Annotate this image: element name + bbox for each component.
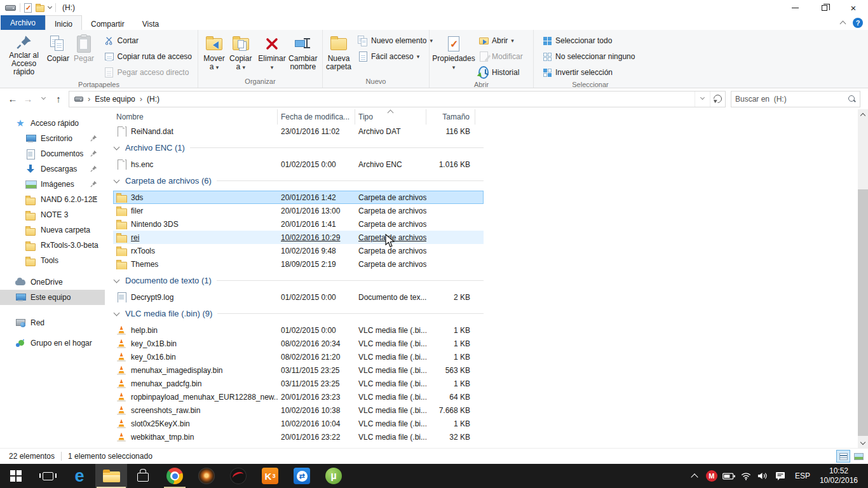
taskbar-start-button[interactable] <box>0 464 32 488</box>
folder-row[interactable]: filer20/01/2016 13:00Carpeta de archivos <box>113 204 484 217</box>
taskbar-utorrent-button[interactable]: µ <box>318 464 349 488</box>
action-center-icon[interactable] <box>774 464 787 488</box>
group-header[interactable]: Archivo ENC (1) <box>113 138 484 158</box>
file-row[interactable]: webkithax_tmp.bin20/01/2016 23:22VLC med… <box>113 430 484 444</box>
scrollbar-thumb[interactable] <box>858 189 868 436</box>
collapse-group-chevron-icon[interactable] <box>114 177 120 184</box>
properties-button[interactable]: Propiedades▾ <box>433 32 475 76</box>
move-to-button[interactable]: Movera ▾ <box>201 32 227 76</box>
breadcrumb-current-drive[interactable]: (H:) <box>147 95 159 104</box>
taskbar-edge-button[interactable]: e <box>64 464 95 488</box>
mega-tray-icon[interactable]: M <box>705 464 718 488</box>
close-button[interactable]: × <box>839 0 868 15</box>
search-box[interactable] <box>731 91 860 107</box>
collapse-group-chevron-icon[interactable] <box>114 310 120 316</box>
address-dropdown-chevron-icon[interactable] <box>695 92 710 107</box>
address-bar[interactable]: › Este equipo › (H:) <box>69 91 726 107</box>
open-button[interactable]: Abrir▾ <box>476 34 526 48</box>
folder-row[interactable]: rxTools10/02/2016 9:48Carpeta de archivo… <box>113 244 484 257</box>
refresh-button[interactable] <box>710 92 725 107</box>
help-icon[interactable]: ? <box>853 18 863 28</box>
taskbar-file-explorer-button[interactable] <box>95 464 127 488</box>
file-row[interactable]: menuhax_padcfg.bin03/11/2015 23:25VLC me… <box>113 377 484 390</box>
new-item-button[interactable]: Nuevo elemento▾ <box>355 34 435 48</box>
select-none-button[interactable]: No seleccionar ninguno <box>539 50 637 64</box>
file-row[interactable]: Decrypt9.log01/02/2015 0:00Documento de … <box>113 290 484 304</box>
select-all-button[interactable]: Seleccionar todo <box>539 34 637 48</box>
copy-path-button[interactable]: Copiar ruta de acceso <box>102 50 194 64</box>
vertical-scrollbar[interactable] <box>858 109 868 448</box>
tab-vista[interactable]: Vista <box>133 15 168 30</box>
file-row[interactable]: slot0x25KeyX.bin10/02/2016 10:04VLC medi… <box>113 417 484 430</box>
edit-button[interactable]: Modificar <box>476 50 526 64</box>
sidebar-item-documents[interactable]: Documentos <box>0 146 105 161</box>
tab-inicio[interactable]: Inicio <box>45 15 82 30</box>
language-indicator[interactable]: ESP <box>791 471 814 480</box>
history-button[interactable]: Historial <box>476 65 526 79</box>
sidebar-item-nand-620-12e[interactable]: NAND 6.2.0-12E <box>0 192 105 207</box>
group-header[interactable]: VLC media file (.bin) (9) <box>113 304 484 323</box>
forward-button[interactable]: → <box>20 92 36 107</box>
taskbar-red-disc-app-button[interactable] <box>222 464 254 488</box>
copy-to-button[interactable]: Copiara ▾ <box>227 32 255 76</box>
sidebar-item-this-pc[interactable]: Este equipo <box>0 290 105 305</box>
collapse-ribbon-icon[interactable] <box>840 21 846 27</box>
file-row[interactable]: key_0x16.bin08/02/2016 21:20VLC media fi… <box>113 350 484 363</box>
minimize-button[interactable] <box>780 0 810 15</box>
file-row[interactable]: menuhax_imagedisplay.bin03/11/2015 23:25… <box>113 363 484 377</box>
new-folder-button[interactable]: Nuevacarpeta <box>326 32 351 76</box>
folder-row[interactable]: rei10/02/2016 10:29Carpeta de archivos <box>113 231 484 244</box>
sidebar-item-quick-access[interactable]: ★Acceso rápido <box>0 116 105 131</box>
tab-archivo[interactable]: Archivo <box>1 15 45 30</box>
rename-button[interactable]: Cambiarnombre <box>287 32 319 76</box>
recent-locations-chevron-icon[interactable] <box>36 92 51 107</box>
paste-shortcut-button[interactable]: Pegar acceso directo <box>102 65 194 79</box>
taskbar-teamviewer-button[interactable]: ⇄ <box>286 464 318 488</box>
collapse-group-chevron-icon[interactable] <box>114 277 120 283</box>
pin-to-quick-access-button[interactable]: Anclar alAcceso rápido <box>3 32 44 76</box>
file-row[interactable]: key_0x1B.bin08/02/2016 20:34VLC media fi… <box>113 337 484 350</box>
clock[interactable]: 10:52 10/02/2016 <box>818 466 862 485</box>
sidebar-item-onedrive[interactable]: OneDrive <box>0 274 105 290</box>
group-header[interactable]: Carpeta de archivos (6) <box>113 171 484 191</box>
column-header-tamano[interactable]: Tamaño <box>426 109 475 125</box>
new-folder-qat-icon[interactable] <box>36 5 44 12</box>
up-button[interactable]: ↑ <box>51 92 66 107</box>
taskbar-chrome-button[interactable] <box>159 464 191 488</box>
cut-button[interactable]: Cortar <box>102 34 194 48</box>
scroll-up-button[interactable] <box>858 109 868 120</box>
volume-icon[interactable] <box>757 464 770 488</box>
file-row[interactable]: help.bin01/02/2015 0:00VLC media file (.… <box>113 323 484 337</box>
wifi-icon[interactable] <box>740 464 752 488</box>
paste-button[interactable]: Pegar <box>72 32 97 76</box>
invert-selection-button[interactable]: Invertir selección <box>539 65 637 79</box>
folder-row[interactable]: Themes18/09/2015 2:19Carpeta de archivos <box>113 257 484 271</box>
back-button[interactable]: ← <box>5 92 20 107</box>
file-row[interactable]: screenshots_raw.bin10/02/2016 10:38VLC m… <box>113 403 484 417</box>
taskbar-disc-burner-button[interactable] <box>191 464 222 488</box>
taskbar-task-view-button[interactable] <box>32 464 64 488</box>
sidebar-item-homegroup[interactable]: Grupo en el hogar <box>0 336 105 351</box>
tab-compartir[interactable]: Compartir <box>82 15 133 30</box>
breadcrumb-this-pc[interactable]: Este equipo <box>95 95 135 104</box>
group-header[interactable]: Documento de texto (1) <box>113 271 484 290</box>
file-row[interactable]: ReiNand.dat23/01/2016 11:02Archivo DAT11… <box>113 125 484 138</box>
sidebar-item-tools[interactable]: Tools <box>0 253 105 268</box>
sidebar-item-desktop[interactable]: Escritorio <box>0 131 105 146</box>
taskbar-k-app-button[interactable]: K3 <box>254 464 286 488</box>
taskbar-store-button[interactable] <box>127 464 159 488</box>
folder-row[interactable]: 3ds20/01/2016 1:42Carpeta de archivos <box>113 191 484 204</box>
file-row[interactable]: hs.enc01/02/2015 0:00Archivo ENC1.016 KB <box>113 158 484 171</box>
battery-icon[interactable] <box>722 464 735 488</box>
sidebar-item-downloads[interactable]: Descargas <box>0 161 105 177</box>
sidebar-item-note-3[interactable]: NOTE 3 <box>0 207 105 222</box>
folder-row[interactable]: Nintendo 3DS20/01/2016 1:41Carpeta de ar… <box>113 217 484 231</box>
sidebar-item-rxtools-30-beta[interactable]: RxTools-3.0-beta <box>0 238 105 253</box>
customize-qat-chevron-icon[interactable] <box>48 4 52 8</box>
scroll-down-button[interactable] <box>858 437 868 448</box>
collapse-group-chevron-icon[interactable] <box>114 144 120 151</box>
thumbnails-view-button[interactable] <box>851 450 865 463</box>
delete-button[interactable]: Eliminar▾ <box>257 32 287 76</box>
restore-button[interactable] <box>810 0 839 15</box>
search-input[interactable] <box>735 95 848 104</box>
